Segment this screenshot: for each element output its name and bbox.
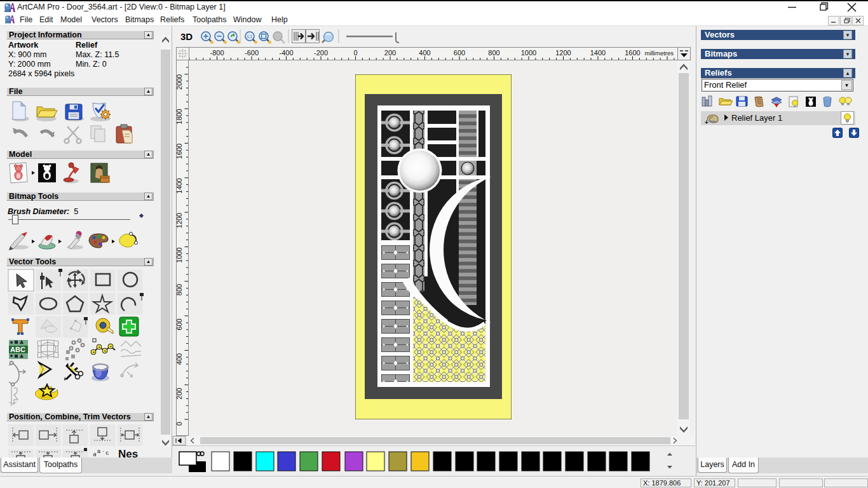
svg-text:-600: -600 [245, 49, 259, 57]
svg-text:1:1: 1:1 [247, 34, 252, 39]
svg-text:1200: 1200 [555, 49, 571, 57]
svg-text:1000: 1000 [177, 247, 183, 262]
svg-text:1200: 1200 [177, 213, 183, 228]
svg-text:200: 200 [384, 49, 396, 57]
svg-text:600: 600 [454, 49, 465, 57]
svg-text:+: + [98, 344, 101, 350]
svg-text:0: 0 [353, 49, 357, 57]
svg-text:-200: -200 [314, 49, 328, 57]
svg-text:800: 800 [488, 49, 499, 57]
svg-text:800: 800 [177, 284, 183, 295]
svg-text:1400: 1400 [177, 178, 183, 193]
svg-text:Nes: Nes [118, 448, 138, 458]
svg-text:1400: 1400 [590, 49, 606, 57]
svg-text:0: 0 [177, 422, 183, 426]
svg-text:400: 400 [419, 49, 430, 57]
svg-text:1800: 1800 [177, 109, 183, 124]
svg-text:2000: 2000 [177, 74, 183, 90]
svg-text:a: a [97, 448, 100, 454]
svg-text:+: + [92, 349, 95, 355]
svg-text:·: · [102, 448, 104, 454]
svg-text:200: 200 [177, 388, 183, 399]
svg-text:c: c [105, 449, 109, 456]
svg-text:600: 600 [177, 318, 183, 330]
svg-text:1600: 1600 [625, 49, 640, 57]
svg-text:+: + [705, 119, 709, 125]
svg-text:+: + [104, 348, 107, 354]
svg-text:millimetres: millimetres [645, 50, 674, 57]
svg-text:1600: 1600 [177, 144, 183, 159]
svg-text:a: a [93, 451, 97, 458]
svg-text:+: + [109, 344, 112, 349]
svg-text:1000: 1000 [521, 49, 536, 57]
svg-text:3D: 3D [180, 31, 193, 42]
svg-text:400: 400 [177, 353, 183, 365]
svg-text:ABC: ABC [10, 346, 25, 353]
svg-text:-400: -400 [279, 49, 293, 57]
svg-text:-800: -800 [210, 49, 224, 57]
